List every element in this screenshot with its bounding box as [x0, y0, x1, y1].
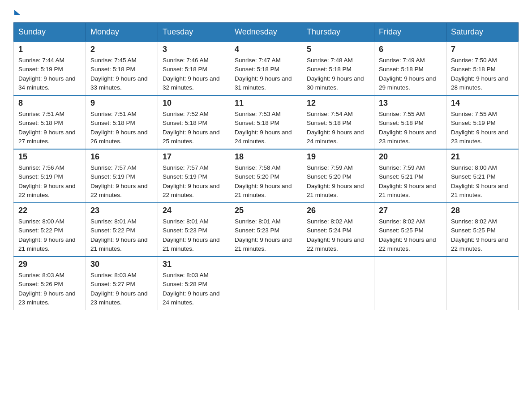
day-info: Sunrise: 7:57 AM Sunset: 5:19 PM Dayligh…: [90, 163, 153, 200]
calendar-week-2: 8 Sunrise: 7:51 AM Sunset: 5:18 PM Dayli…: [14, 95, 519, 149]
calendar-header: SundayMondayTuesdayWednesdayThursdayFrid…: [14, 23, 519, 42]
day-info: Sunrise: 8:00 AM Sunset: 5:22 PM Dayligh…: [18, 217, 81, 253]
day-number: 2: [90, 45, 153, 54]
day-number: 25: [235, 206, 297, 215]
day-info: Sunrise: 8:02 AM Sunset: 5:25 PM Dayligh…: [379, 217, 442, 253]
calendar-day-20: 20 Sunrise: 7:59 AM Sunset: 5:21 PM Dayl…: [374, 149, 446, 203]
calendar-day-4: 4 Sunrise: 7:47 AM Sunset: 5:18 PM Dayli…: [230, 42, 302, 95]
calendar-table: SundayMondayTuesdayWednesdayThursdayFrid…: [13, 22, 519, 310]
calendar-day-22: 22 Sunrise: 8:00 AM Sunset: 5:22 PM Dayl…: [14, 203, 86, 257]
calendar-week-1: 1 Sunrise: 7:44 AM Sunset: 5:19 PM Dayli…: [14, 42, 519, 95]
day-number: 20: [379, 152, 442, 162]
empty-cell: [446, 257, 519, 310]
day-info: Sunrise: 8:01 AM Sunset: 5:22 PM Dayligh…: [90, 217, 153, 253]
day-number: 31: [163, 260, 225, 269]
logo-arrow-icon: [14, 10, 21, 15]
calendar-day-21: 21 Sunrise: 8:00 AM Sunset: 5:21 PM Dayl…: [446, 149, 519, 203]
day-number: 4: [235, 45, 297, 54]
calendar-day-28: 28 Sunrise: 8:02 AM Sunset: 5:25 PM Dayl…: [446, 203, 519, 257]
day-info: Sunrise: 7:47 AM Sunset: 5:18 PM Dayligh…: [235, 56, 297, 92]
calendar-day-23: 23 Sunrise: 8:01 AM Sunset: 5:22 PM Dayl…: [86, 203, 158, 257]
page-header: [13, 9, 519, 14]
calendar-week-5: 29 Sunrise: 8:03 AM Sunset: 5:26 PM Dayl…: [14, 257, 519, 310]
day-number: 17: [163, 152, 225, 162]
calendar-body: 1 Sunrise: 7:44 AM Sunset: 5:19 PM Dayli…: [14, 42, 519, 310]
calendar-day-29: 29 Sunrise: 8:03 AM Sunset: 5:26 PM Dayl…: [14, 257, 86, 310]
day-number: 26: [307, 206, 369, 215]
day-info: Sunrise: 7:46 AM Sunset: 5:18 PM Dayligh…: [163, 56, 225, 92]
day-number: 7: [451, 45, 514, 54]
day-number: 16: [90, 152, 153, 162]
logo: [13, 9, 21, 14]
empty-cell: [302, 257, 374, 310]
day-number: 1: [18, 45, 81, 54]
day-number: 18: [235, 152, 297, 162]
calendar-day-8: 8 Sunrise: 7:51 AM Sunset: 5:18 PM Dayli…: [14, 95, 86, 149]
day-info: Sunrise: 7:55 AM Sunset: 5:18 PM Dayligh…: [379, 110, 442, 146]
weekday-header-tuesday: Tuesday: [158, 23, 230, 42]
calendar-day-7: 7 Sunrise: 7:50 AM Sunset: 5:18 PM Dayli…: [446, 42, 519, 95]
day-info: Sunrise: 7:49 AM Sunset: 5:18 PM Dayligh…: [379, 56, 442, 92]
day-info: Sunrise: 8:03 AM Sunset: 5:27 PM Dayligh…: [90, 271, 153, 307]
day-number: 6: [379, 45, 442, 54]
calendar-day-16: 16 Sunrise: 7:57 AM Sunset: 5:19 PM Dayl…: [86, 149, 158, 203]
calendar-day-3: 3 Sunrise: 7:46 AM Sunset: 5:18 PM Dayli…: [158, 42, 230, 95]
day-info: Sunrise: 7:52 AM Sunset: 5:18 PM Dayligh…: [163, 110, 225, 146]
day-number: 9: [90, 98, 153, 108]
weekday-header-thursday: Thursday: [302, 23, 374, 42]
calendar-day-26: 26 Sunrise: 8:02 AM Sunset: 5:24 PM Dayl…: [302, 203, 374, 257]
calendar-day-2: 2 Sunrise: 7:45 AM Sunset: 5:18 PM Dayli…: [86, 42, 158, 95]
day-info: Sunrise: 7:48 AM Sunset: 5:18 PM Dayligh…: [307, 56, 369, 92]
day-info: Sunrise: 7:45 AM Sunset: 5:18 PM Dayligh…: [90, 56, 153, 92]
calendar-day-14: 14 Sunrise: 7:55 AM Sunset: 5:19 PM Dayl…: [446, 95, 519, 149]
calendar-day-6: 6 Sunrise: 7:49 AM Sunset: 5:18 PM Dayli…: [374, 42, 446, 95]
calendar-day-27: 27 Sunrise: 8:02 AM Sunset: 5:25 PM Dayl…: [374, 203, 446, 257]
day-info: Sunrise: 7:51 AM Sunset: 5:18 PM Dayligh…: [90, 110, 153, 146]
day-number: 13: [379, 98, 442, 108]
calendar-day-30: 30 Sunrise: 8:03 AM Sunset: 5:27 PM Dayl…: [86, 257, 158, 310]
calendar-week-4: 22 Sunrise: 8:00 AM Sunset: 5:22 PM Dayl…: [14, 203, 519, 257]
calendar-day-10: 10 Sunrise: 7:52 AM Sunset: 5:18 PM Dayl…: [158, 95, 230, 149]
day-number: 28: [451, 206, 514, 215]
weekday-header-saturday: Saturday: [446, 23, 519, 42]
calendar-day-18: 18 Sunrise: 7:58 AM Sunset: 5:20 PM Dayl…: [230, 149, 302, 203]
day-info: Sunrise: 7:58 AM Sunset: 5:20 PM Dayligh…: [235, 163, 297, 200]
calendar-day-19: 19 Sunrise: 7:59 AM Sunset: 5:20 PM Dayl…: [302, 149, 374, 203]
empty-cell: [374, 257, 446, 310]
day-info: Sunrise: 7:57 AM Sunset: 5:19 PM Dayligh…: [163, 163, 225, 200]
day-info: Sunrise: 7:51 AM Sunset: 5:18 PM Dayligh…: [18, 110, 81, 146]
day-info: Sunrise: 8:02 AM Sunset: 5:25 PM Dayligh…: [451, 217, 514, 253]
day-info: Sunrise: 8:00 AM Sunset: 5:21 PM Dayligh…: [451, 163, 514, 200]
day-number: 11: [235, 98, 297, 108]
day-info: Sunrise: 7:53 AM Sunset: 5:18 PM Dayligh…: [235, 110, 297, 146]
day-number: 24: [163, 206, 225, 215]
calendar-day-13: 13 Sunrise: 7:55 AM Sunset: 5:18 PM Dayl…: [374, 95, 446, 149]
weekday-header-sunday: Sunday: [14, 23, 86, 42]
day-info: Sunrise: 8:01 AM Sunset: 5:23 PM Dayligh…: [235, 217, 297, 253]
day-number: 10: [163, 98, 225, 108]
calendar-day-5: 5 Sunrise: 7:48 AM Sunset: 5:18 PM Dayli…: [302, 42, 374, 95]
day-info: Sunrise: 7:50 AM Sunset: 5:18 PM Dayligh…: [451, 56, 514, 92]
day-number: 12: [307, 98, 369, 108]
calendar-day-12: 12 Sunrise: 7:54 AM Sunset: 5:18 PM Dayl…: [302, 95, 374, 149]
weekday-header-friday: Friday: [374, 23, 446, 42]
calendar-day-17: 17 Sunrise: 7:57 AM Sunset: 5:19 PM Dayl…: [158, 149, 230, 203]
day-info: Sunrise: 7:56 AM Sunset: 5:19 PM Dayligh…: [18, 163, 81, 200]
day-number: 23: [90, 206, 153, 215]
day-number: 21: [451, 152, 514, 162]
calendar-day-24: 24 Sunrise: 8:01 AM Sunset: 5:23 PM Dayl…: [158, 203, 230, 257]
day-info: Sunrise: 7:44 AM Sunset: 5:19 PM Dayligh…: [18, 56, 81, 92]
weekday-header-wednesday: Wednesday: [230, 23, 302, 42]
calendar-day-11: 11 Sunrise: 7:53 AM Sunset: 5:18 PM Dayl…: [230, 95, 302, 149]
calendar-day-15: 15 Sunrise: 7:56 AM Sunset: 5:19 PM Dayl…: [14, 149, 86, 203]
day-info: Sunrise: 7:59 AM Sunset: 5:20 PM Dayligh…: [307, 163, 369, 200]
day-number: 8: [18, 98, 81, 108]
day-number: 3: [163, 45, 225, 54]
weekday-row: SundayMondayTuesdayWednesdayThursdayFrid…: [14, 23, 519, 42]
day-info: Sunrise: 7:55 AM Sunset: 5:19 PM Dayligh…: [451, 110, 514, 146]
day-number: 14: [451, 98, 514, 108]
day-number: 19: [307, 152, 369, 162]
day-number: 27: [379, 206, 442, 215]
weekday-header-monday: Monday: [86, 23, 158, 42]
day-info: Sunrise: 8:03 AM Sunset: 5:28 PM Dayligh…: [163, 271, 225, 307]
